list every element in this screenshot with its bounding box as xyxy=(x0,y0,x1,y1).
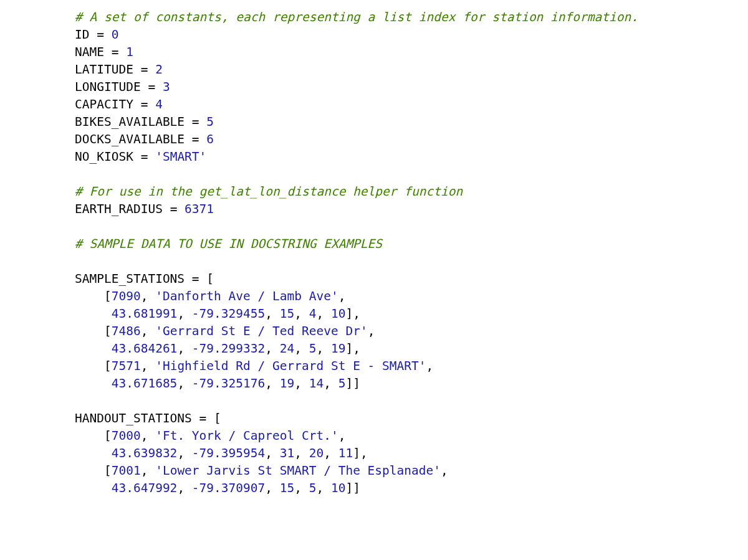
code-line: 43.647992, -79.370907, 15, 5, 10]] xyxy=(75,481,360,495)
code-token: [ xyxy=(75,359,112,373)
code-token: = xyxy=(148,80,162,94)
code-token xyxy=(75,341,112,356)
code-token: 20 xyxy=(309,446,324,460)
code-token: 15 xyxy=(280,481,294,495)
code-line: [7001, 'Lower Jarvis St SMART / The Espl… xyxy=(75,463,448,478)
code-line: NO_KIOSK = 'SMART' xyxy=(75,149,206,164)
code-token: , xyxy=(316,306,330,321)
code-token: , xyxy=(177,341,191,356)
code-token: , xyxy=(265,341,279,356)
code-token xyxy=(75,446,112,460)
code-token: 43.681991 xyxy=(112,306,178,321)
code-line: 43.639832, -79.395954, 31, 20, 11], xyxy=(75,446,368,460)
code-token: , xyxy=(265,446,279,460)
code-token: , xyxy=(141,359,155,373)
code-token: LATITUDE xyxy=(75,62,141,77)
code-token: = xyxy=(141,149,155,164)
code-token: EARTH_RADIUS xyxy=(75,202,170,216)
code-token: 7571 xyxy=(112,359,141,373)
code-token: , xyxy=(141,289,155,303)
code-token: 5 xyxy=(309,481,317,495)
code-token: 'Gerrard St E / Ted Reeve Dr' xyxy=(155,324,367,338)
code-token: # For use in the get_lat_lon_distance he… xyxy=(75,184,463,199)
code-token: 7001 xyxy=(112,463,141,478)
code-token: ID xyxy=(75,27,97,42)
code-token: , xyxy=(316,341,330,356)
code-token: , xyxy=(294,306,309,321)
code-line: 43.671685, -79.325176, 19, 14, 5]] xyxy=(75,376,360,391)
code-token: = xyxy=(141,97,155,112)
code-token: 3 xyxy=(163,80,170,94)
code-token: , xyxy=(316,481,330,495)
code-token: LONGITUDE xyxy=(75,80,148,94)
code-token: SAMPLE_STATIONS xyxy=(75,272,192,286)
code-token: , xyxy=(294,376,309,391)
code-token: 5 xyxy=(309,341,317,356)
code-token: ], xyxy=(353,446,367,460)
code-token: -79.325176 xyxy=(192,376,265,391)
code-token: 10 xyxy=(331,481,345,495)
code-line: HANDOUT_STATIONS = [ xyxy=(75,411,221,425)
code-token: 'Highfield Rd / Gerrard St E - SMART' xyxy=(155,359,426,373)
code-token: = [ xyxy=(192,272,214,286)
code-token: ]] xyxy=(345,376,360,391)
code-token: = xyxy=(97,27,111,42)
code-token: [ xyxy=(75,429,112,443)
code-token: ], xyxy=(345,341,360,356)
code-token: HANDOUT_STATIONS xyxy=(75,411,199,425)
code-token: 19 xyxy=(280,376,294,391)
code-token: , xyxy=(294,341,309,356)
code-line: LATITUDE = 2 xyxy=(75,62,163,77)
code-line: [7486, 'Gerrard St E / Ted Reeve Dr', xyxy=(75,324,375,338)
code-token: 4 xyxy=(155,97,163,112)
code-token: 'SMART' xyxy=(155,149,206,164)
code-token: 43.647992 xyxy=(112,481,178,495)
code-token: 14 xyxy=(309,376,324,391)
code-token: 43.639832 xyxy=(112,446,178,460)
code-token: , xyxy=(177,446,191,460)
code-token xyxy=(75,306,112,321)
code-line: EARTH_RADIUS = 6371 xyxy=(75,202,214,216)
code-line: # For use in the get_lat_lon_distance he… xyxy=(75,184,463,199)
code-token: = xyxy=(112,45,126,59)
code-token: = xyxy=(141,62,155,77)
code-token: , xyxy=(324,446,338,460)
code-token: , xyxy=(324,376,338,391)
code-token xyxy=(75,376,112,391)
code-token: = [ xyxy=(199,411,221,425)
code-token: 5 xyxy=(338,376,346,391)
code-token: 0 xyxy=(112,27,119,42)
code-token: CAPACITY xyxy=(75,97,141,112)
code-token: # A set of constants, each representing … xyxy=(75,10,638,24)
code-token: -79.329455 xyxy=(192,306,265,321)
code-line: DOCKS_AVAILABLE = 6 xyxy=(75,132,214,146)
code-token: 24 xyxy=(280,341,294,356)
code-token: 19 xyxy=(331,341,345,356)
code-token: -79.299332 xyxy=(192,341,265,356)
code-token: 7000 xyxy=(112,429,141,443)
code-token: 7090 xyxy=(112,289,141,303)
code-line: NAME = 1 xyxy=(75,45,133,59)
code-block: # A set of constants, each representing … xyxy=(0,0,748,497)
code-token: , xyxy=(141,324,155,338)
code-token: , xyxy=(177,306,191,321)
code-line: BIKES_AVAILABLE = 5 xyxy=(75,115,214,129)
code-token: 'Lower Jarvis St SMART / The Esplanade' xyxy=(155,463,441,478)
code-token: -79.370907 xyxy=(192,481,265,495)
code-line: [7000, 'Ft. York / Capreol Crt.', xyxy=(75,429,345,443)
code-token: 6371 xyxy=(185,202,214,216)
code-token: NO_KIOSK xyxy=(75,149,141,164)
code-token: = xyxy=(192,132,206,146)
code-token: 4 xyxy=(309,306,317,321)
code-token: [ xyxy=(75,463,112,478)
code-token: 10 xyxy=(331,306,345,321)
code-token: 15 xyxy=(280,306,294,321)
code-token: , xyxy=(141,429,155,443)
code-line: # SAMPLE DATA TO USE IN DOCSTRING EXAMPL… xyxy=(75,237,382,251)
code-token: , xyxy=(338,289,346,303)
code-token: ], xyxy=(345,306,360,321)
code-line: [7090, 'Danforth Ave / Lamb Ave', xyxy=(75,289,345,303)
code-token: , xyxy=(294,446,309,460)
code-token: , xyxy=(338,429,346,443)
code-token: 5 xyxy=(206,115,214,129)
